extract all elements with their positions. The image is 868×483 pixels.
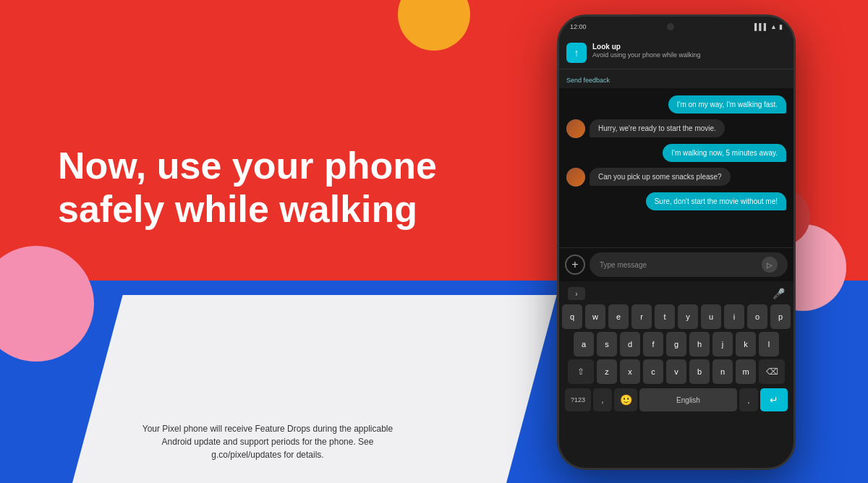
keyboard-expand-button[interactable]: › xyxy=(568,287,585,300)
send-button[interactable]: ▷ xyxy=(762,257,778,273)
keyboard-row-3: ⇧ z x c v b n m ⌫ xyxy=(562,359,791,384)
send-feedback-bar[interactable]: Send feedback xyxy=(559,69,793,88)
enter-key[interactable]: ↵ xyxy=(760,388,788,411)
emoji-key[interactable]: 🙂 xyxy=(614,388,637,411)
backspace-key[interactable]: ⌫ xyxy=(759,359,785,384)
key-o[interactable]: o xyxy=(747,304,767,329)
notification-content: Look up Avoid using your phone while wal… xyxy=(592,43,786,59)
key-m[interactable]: m xyxy=(736,359,756,384)
key-x[interactable]: x xyxy=(620,359,640,384)
key-w[interactable]: w xyxy=(585,304,605,329)
key-a[interactable]: a xyxy=(574,332,594,356)
signal-icon: ▌▌▌ xyxy=(754,23,768,30)
comma-key[interactable]: , xyxy=(593,388,612,411)
chat-bubble-incoming-1: Hurry, we're ready to start the movie. xyxy=(590,119,725,137)
phone-status-icons: ▌▌▌ ▲ ▮ xyxy=(754,23,783,30)
microphone-icon[interactable]: 🎤 xyxy=(773,288,785,299)
key-f[interactable]: f xyxy=(643,332,663,356)
chat-bubble-outgoing-1: I'm on my way, I'm walking fast. xyxy=(668,95,786,114)
keyboard-bottom-row: ?123 , 🙂 English . ↵ xyxy=(562,387,791,413)
headline-line2: safely while walking xyxy=(58,188,437,231)
avatar-image-1 xyxy=(566,119,585,138)
period-key[interactable]: . xyxy=(739,388,758,411)
avatar-image-2 xyxy=(566,168,585,187)
add-attachment-button[interactable]: + xyxy=(565,255,585,275)
phone-frame: 12:00 ▌▌▌ ▲ ▮ ↑ Look up Avoid using your… xyxy=(557,14,796,470)
key-r[interactable]: r xyxy=(631,304,652,329)
space-key[interactable]: English xyxy=(639,388,737,411)
key-t[interactable]: t xyxy=(655,304,675,329)
avatar-2 xyxy=(566,168,585,187)
main-headline: Now, use your phone safely while walking xyxy=(58,145,437,231)
key-u[interactable]: u xyxy=(701,304,721,329)
key-h[interactable]: h xyxy=(689,332,710,356)
message-input-bar: + Type message ▷ xyxy=(559,247,793,281)
chat-bubble-outgoing-2: I'm walking now, 5 minutes away. xyxy=(663,144,786,162)
key-z[interactable]: z xyxy=(597,359,617,384)
phone-time: 12:00 xyxy=(570,23,587,30)
keyboard-top-row: › 🎤 xyxy=(562,284,791,303)
key-c[interactable]: c xyxy=(643,359,663,384)
keyboard-row-1: q w e r t y u i o p xyxy=(562,304,791,329)
phone-camera xyxy=(667,23,674,30)
keyboard-row-2: a s d f g h j k l xyxy=(562,332,791,356)
battery-icon: ▮ xyxy=(779,23,783,30)
send-feedback-label: Send feedback xyxy=(566,77,610,84)
message-input-field[interactable]: Type message ▷ xyxy=(590,252,788,277)
key-i[interactable]: i xyxy=(724,304,744,329)
shift-key[interactable]: ⇧ xyxy=(568,359,594,384)
key-p[interactable]: p xyxy=(770,304,791,329)
message-placeholder: Type message xyxy=(600,261,647,269)
key-l[interactable]: l xyxy=(759,332,779,356)
headline-line1: Now, use your phone xyxy=(58,145,437,188)
key-v[interactable]: v xyxy=(666,359,686,384)
notification-bar: ↑ Look up Avoid using your phone while w… xyxy=(559,37,793,69)
phone-status-bar: 12:00 ▌▌▌ ▲ ▮ xyxy=(559,17,793,37)
num-key[interactable]: ?123 xyxy=(565,388,591,411)
key-d[interactable]: d xyxy=(620,332,640,356)
chat-row-incoming-1: Hurry, we're ready to start the movie. xyxy=(566,119,786,138)
key-b[interactable]: b xyxy=(689,359,710,384)
chat-bubble-incoming-2: Can you pick up some snacks please? xyxy=(590,168,731,186)
key-y[interactable]: y xyxy=(678,304,698,329)
keyboard: › 🎤 q w e r t y u i o p a s d f xyxy=(559,281,793,417)
key-e[interactable]: e xyxy=(608,304,629,329)
wifi-icon: ▲ xyxy=(770,23,777,30)
chat-area: I'm on my way, I'm walking fast. Hurry, … xyxy=(559,88,793,247)
key-g[interactable]: g xyxy=(666,332,686,356)
notification-app-icon: ↑ xyxy=(566,43,587,63)
key-q[interactable]: q xyxy=(562,304,582,329)
disclaimer-text: Your Pixel phone will receive Feature Dr… xyxy=(130,422,405,461)
phone-mockup: 12:00 ▌▌▌ ▲ ▮ ↑ Look up Avoid using your… xyxy=(557,14,796,470)
notification-title: Look up xyxy=(592,43,786,51)
notification-subtitle: Avoid using your phone while walking xyxy=(592,51,786,59)
key-k[interactable]: k xyxy=(736,332,756,356)
key-j[interactable]: j xyxy=(712,332,733,356)
chat-bubble-outgoing-3: Sure, don't start the movie without me! xyxy=(646,192,786,210)
chat-row-incoming-2: Can you pick up some snacks please? xyxy=(566,168,786,187)
avatar-1 xyxy=(566,119,585,138)
key-s[interactable]: s xyxy=(597,332,617,356)
key-n[interactable]: n xyxy=(712,359,733,384)
